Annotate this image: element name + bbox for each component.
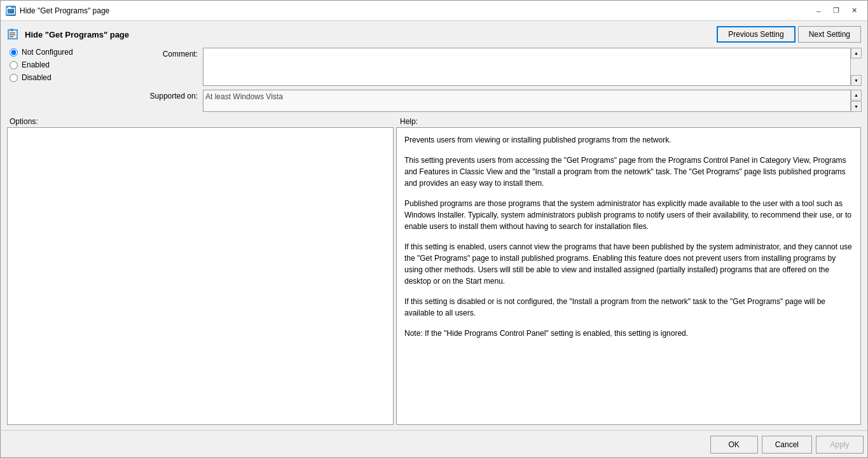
close-button[interactable]: ✕ bbox=[846, 4, 862, 17]
help-paragraph: This setting prevents users from accessi… bbox=[404, 155, 853, 189]
ok-button[interactable]: OK bbox=[710, 436, 758, 454]
options-help-labels: Options: Help: bbox=[7, 117, 861, 126]
svg-rect-6 bbox=[10, 36, 13, 38]
comment-scrollbar: ▲ ▼ bbox=[850, 48, 861, 86]
main-window: Hide "Get Programs" page – ❐ ✕ Hide "Get… bbox=[0, 0, 868, 458]
comment-scroll-track bbox=[851, 59, 861, 75]
bottom-bar: OK Cancel Apply bbox=[1, 430, 867, 457]
apply-button[interactable]: Apply bbox=[816, 436, 864, 454]
previous-setting-button[interactable]: Previous Setting bbox=[717, 26, 795, 43]
window-icon bbox=[6, 6, 16, 16]
svg-rect-4 bbox=[10, 32, 15, 34]
enabled-radio[interactable] bbox=[10, 61, 18, 69]
help-paragraph: Note: If the "Hide Programs Control Pane… bbox=[404, 328, 853, 339]
form-section: Comment: ▲ ▼ Supported on: At least bbox=[141, 48, 861, 112]
cancel-button[interactable]: Cancel bbox=[762, 436, 812, 454]
help-paragraph: Prevents users from viewing or installin… bbox=[404, 134, 853, 146]
title-bar: Hide "Get Programs" page – ❐ ✕ bbox=[1, 1, 867, 21]
svg-rect-1 bbox=[8, 7, 11, 9]
svg-rect-0 bbox=[7, 8, 15, 14]
middle-section: Not Configured Enabled Disabled Comment: bbox=[7, 48, 861, 112]
not-configured-radio[interactable] bbox=[10, 48, 18, 57]
radio-column: Not Configured Enabled Disabled bbox=[7, 48, 134, 82]
comment-label: Comment: bbox=[141, 48, 198, 59]
options-label: Options: bbox=[7, 117, 395, 126]
comment-scroll-down[interactable]: ▼ bbox=[851, 75, 862, 86]
help-paragraph: Published programs are those programs th… bbox=[404, 198, 853, 232]
top-nav-row: Hide "Get Programs" page Previous Settin… bbox=[7, 26, 861, 43]
policy-icon bbox=[7, 27, 21, 41]
disabled-radio[interactable] bbox=[10, 74, 18, 82]
options-panel bbox=[7, 127, 394, 425]
svg-rect-5 bbox=[10, 34, 15, 36]
title-bar-controls: – ❐ ✕ bbox=[810, 4, 862, 17]
disabled-label: Disabled bbox=[22, 73, 52, 82]
comment-textarea[interactable] bbox=[203, 48, 861, 86]
svg-rect-3 bbox=[10, 29, 13, 31]
help-panel: Prevents users from viewing or installin… bbox=[396, 127, 861, 425]
comment-scroll-up[interactable]: ▲ bbox=[851, 48, 862, 59]
comment-input-container: ▲ ▼ bbox=[203, 48, 861, 86]
title-bar-left: Hide "Get Programs" page bbox=[6, 6, 109, 16]
dialog-title: Hide "Get Programs" page bbox=[25, 30, 717, 39]
supported-label: Supported on: bbox=[141, 90, 198, 101]
options-help-section: Options: Help: Prevents users from viewi… bbox=[7, 117, 861, 425]
enabled-label: Enabled bbox=[22, 60, 50, 69]
supported-scrollbar: ▲ ▼ bbox=[850, 90, 861, 112]
next-setting-button[interactable]: Next Setting bbox=[798, 26, 861, 43]
supported-input-container: At least Windows Vista ▲ ▼ bbox=[203, 90, 861, 112]
restore-button[interactable]: ❐ bbox=[828, 4, 844, 17]
not-configured-label: Not Configured bbox=[22, 48, 73, 57]
options-help-panels: Prevents users from viewing or installin… bbox=[7, 127, 861, 425]
help-paragraph: If this setting is disabled or is not co… bbox=[404, 296, 853, 319]
supported-scroll-down[interactable]: ▼ bbox=[851, 101, 862, 112]
window-title: Hide "Get Programs" page bbox=[20, 6, 109, 15]
supported-scroll-up[interactable]: ▲ bbox=[851, 90, 862, 101]
help-paragraph: If this setting is enabled, users cannot… bbox=[404, 241, 853, 287]
nav-buttons: Previous Setting Next Setting bbox=[717, 26, 861, 43]
minimize-button[interactable]: – bbox=[810, 4, 827, 17]
supported-textarea: At least Windows Vista bbox=[203, 90, 861, 112]
help-label: Help: bbox=[395, 117, 861, 126]
enabled-radio-item[interactable]: Enabled bbox=[10, 60, 134, 69]
supported-row: Supported on: At least Windows Vista ▲ ▼ bbox=[141, 90, 861, 112]
disabled-radio-item[interactable]: Disabled bbox=[10, 73, 134, 82]
content-area: Hide "Get Programs" page Previous Settin… bbox=[1, 21, 867, 430]
comment-row: Comment: ▲ ▼ bbox=[141, 48, 861, 86]
not-configured-radio-item[interactable]: Not Configured bbox=[10, 48, 134, 57]
